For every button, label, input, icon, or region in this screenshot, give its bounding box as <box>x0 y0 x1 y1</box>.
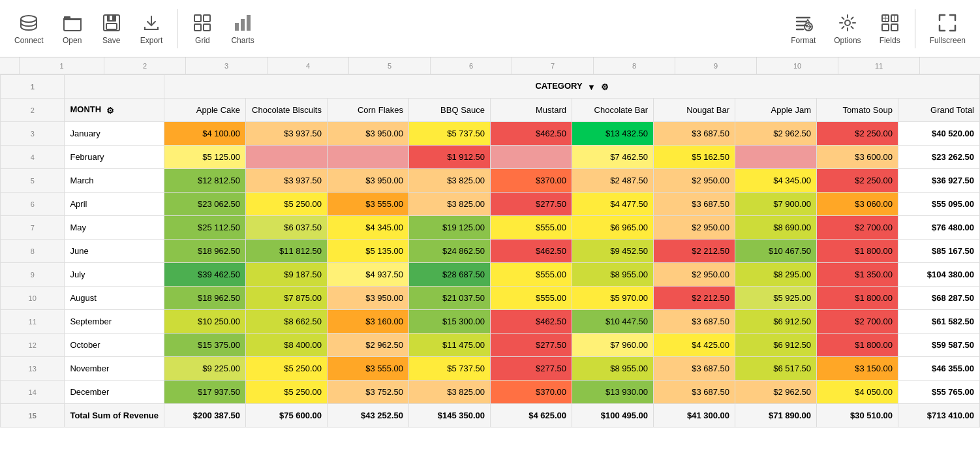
grid-button[interactable]: Grid <box>184 7 221 50</box>
data-cell: $9 225.00 <box>164 357 246 381</box>
options-button[interactable]: Options <box>826 7 868 50</box>
data-cell: $8 690.00 <box>735 216 817 240</box>
col-header-corn-flakes: Corn Flakes <box>328 99 409 122</box>
save-button[interactable]: Save <box>93 7 130 50</box>
month-cell: June <box>65 240 164 263</box>
month-cell: October <box>65 334 164 357</box>
month-cell: April <box>65 193 164 216</box>
svg-rect-18 <box>882 24 889 31</box>
data-cell: $8 955.00 <box>572 357 654 381</box>
export-button[interactable]: Export <box>132 7 171 50</box>
col-num-0 <box>0 57 20 74</box>
table-row: 9July$39 462.50$9 187.50$4 937.50$28 687… <box>1 263 980 287</box>
data-cell: $5 737.50 <box>409 357 491 381</box>
data-cell: $5 125.00 <box>164 146 246 169</box>
total-data-cell: $713 410.00 <box>898 404 980 428</box>
data-cell: $9 452.50 <box>572 240 654 263</box>
pivot-table[interactable]: 1 CATEGORY ▼ ⚙ 2 MONTH ⚙ Apple Cake <box>0 74 980 451</box>
row-num: 11 <box>1 310 65 334</box>
settings-icon[interactable]: ⚙ <box>601 82 609 92</box>
charts-icon <box>232 12 253 33</box>
data-cell: $104 380.00 <box>898 263 980 287</box>
data-cell: $15 300.00 <box>409 310 491 334</box>
data-cell: $39 462.50 <box>164 263 246 287</box>
table-row: 12October$15 375.00$8 400.00$2 962.50$11… <box>1 334 980 357</box>
data-cell: $18 962.50 <box>164 287 246 310</box>
data-cell: $3 937.50 <box>246 122 328 146</box>
row-num: 13 <box>1 357 65 381</box>
rn-1: 1 <box>1 75 65 99</box>
svg-rect-11 <box>235 23 239 31</box>
total-data-cell: $71 890.00 <box>735 404 817 428</box>
svg-rect-5 <box>106 23 117 29</box>
col-header-nougat-bar: Nougat Bar <box>654 99 735 122</box>
data-cell: $11 812.50 <box>246 240 328 263</box>
row-num: 8 <box>1 240 65 263</box>
data-cell: $9 187.50 <box>246 263 328 287</box>
data-cell: $17 937.50 <box>164 381 246 404</box>
data-cell: $10 467.50 <box>735 240 817 263</box>
data-cell: $555.00 <box>491 287 572 310</box>
table-row: 13November$9 225.00$5 250.00$3 555.00$5 … <box>1 357 980 381</box>
col-num-7: 7 <box>512 57 594 74</box>
table-row: 14December$17 937.50$5 250.00$3 752.50$3… <box>1 381 980 404</box>
data-cell: $7 960.00 <box>572 334 654 357</box>
data-cell <box>491 146 572 169</box>
col-header-choc-bar: Chocolate Bar <box>572 99 654 122</box>
svg-rect-10 <box>204 24 210 31</box>
col-num-10: 10 <box>757 57 838 74</box>
data-cell: $3 150.00 <box>817 357 898 381</box>
fields-button[interactable]: Fields <box>872 7 908 50</box>
data-cell: $3 950.00 <box>328 122 409 146</box>
format-icon <box>793 12 814 33</box>
col-num-8: 8 <box>594 57 675 74</box>
data-cell: $462.50 <box>491 122 572 146</box>
month-cell: January <box>65 122 164 146</box>
col-num-6: 6 <box>431 57 512 74</box>
data-cell: $2 950.00 <box>654 169 735 193</box>
data-cell: $8 662.50 <box>246 310 328 334</box>
col-header-apple-jam: Apple Jam <box>735 99 817 122</box>
data-cell: $76 480.00 <box>898 216 980 240</box>
svg-rect-6 <box>110 16 112 20</box>
charts-button[interactable]: Charts <box>223 7 262 50</box>
data-cell: $3 555.00 <box>328 357 409 381</box>
table-row: 4February$5 125.00$1 912.50$7 462.50$5 1… <box>1 146 980 169</box>
row-num: 4 <box>1 146 65 169</box>
data-cell: $24 862.50 <box>409 240 491 263</box>
row-num: 3 <box>1 122 65 146</box>
data-cell: $6 517.50 <box>735 357 817 381</box>
data-cell: $55 765.00 <box>898 381 980 404</box>
data-cell: $36 927.50 <box>898 169 980 193</box>
category-label: CATEGORY ▼ ⚙ <box>164 75 980 99</box>
data-cell: $2 700.00 <box>817 216 898 240</box>
connect-button[interactable]: Connect <box>7 7 52 50</box>
data-cell <box>735 146 817 169</box>
svg-rect-2 <box>64 19 81 20</box>
total-data-cell: $43 252.50 <box>328 404 409 428</box>
table-row: 10August$18 962.50$7 875.00$3 950.00$21 … <box>1 287 980 310</box>
data-cell: $2 950.00 <box>654 263 735 287</box>
data-cell: $3 687.50 <box>654 122 735 146</box>
month-cell: November <box>65 357 164 381</box>
open-button[interactable]: Open <box>54 7 91 50</box>
total-data-cell: $75 600.00 <box>246 404 328 428</box>
month-cell: March <box>65 169 164 193</box>
data-cell: $85 167.50 <box>898 240 980 263</box>
month-cell: February <box>65 146 164 169</box>
format-button[interactable]: Format <box>783 7 823 50</box>
month-settings-icon[interactable]: ⚙ <box>106 106 114 116</box>
table-row: 5March$12 812.50$3 937.50$3 950.00$3 825… <box>1 169 980 193</box>
total-row: 15Total Sum of Revenue$200 387.50$75 600… <box>1 404 980 428</box>
svg-rect-7 <box>194 15 201 22</box>
data-cell: $2 962.50 <box>735 122 817 146</box>
filter-icon[interactable]: ▼ <box>587 82 596 92</box>
fullscreen-button[interactable]: Fullscreen <box>922 7 973 50</box>
data-cell: $11 475.00 <box>409 334 491 357</box>
save-icon <box>101 12 122 33</box>
data-cell: $23 262.50 <box>898 146 980 169</box>
data-cell <box>328 146 409 169</box>
col-num-1: 1 <box>20 57 104 74</box>
table-row: 6April$23 062.50$5 250.00$3 555.00$3 825… <box>1 193 980 216</box>
month-cell: May <box>65 216 164 240</box>
